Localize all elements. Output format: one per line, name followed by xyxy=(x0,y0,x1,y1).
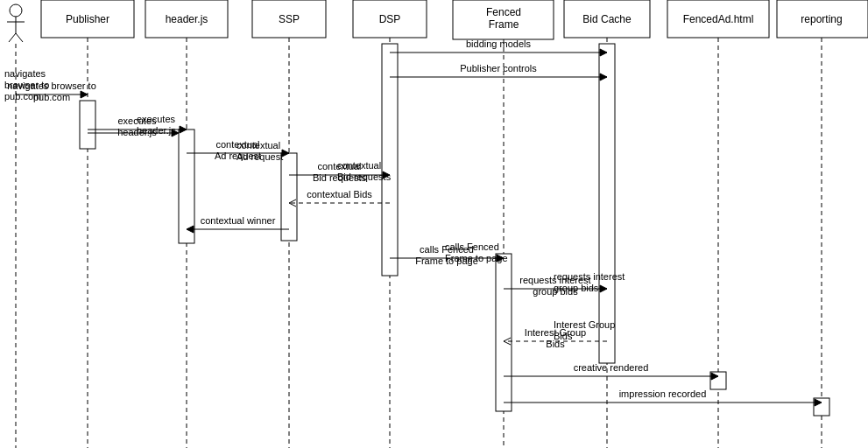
svg-text:Bid requests: Bid requests xyxy=(337,172,392,182)
sequence-diagram: Publisherheader.jsSSPDSPFencedFrameBid C… xyxy=(0,0,868,448)
svg-text:bidding models: bidding models xyxy=(466,38,531,49)
svg-text:Publisher controls: Publisher controls xyxy=(460,63,537,74)
svg-text:creative rendered: creative rendered xyxy=(574,362,649,373)
svg-text:header.js: header.js xyxy=(166,13,208,25)
svg-text:FencedAd.html: FencedAd.html xyxy=(683,13,754,25)
svg-text:SSP: SSP xyxy=(279,13,300,25)
svg-text:Frame: Frame xyxy=(489,18,519,31)
svg-text:reporting: reporting xyxy=(801,13,842,25)
svg-rect-35 xyxy=(496,254,512,411)
svg-text:Frame to page: Frame to page xyxy=(445,253,508,263)
svg-rect-33 xyxy=(281,153,297,241)
svg-text:executes: executes xyxy=(137,114,176,124)
svg-text:impression recorded: impression recorded xyxy=(619,388,707,399)
svg-point-0 xyxy=(10,4,22,17)
svg-text:contextual: contextual xyxy=(236,140,280,150)
svg-rect-31 xyxy=(80,101,95,149)
svg-text:navigates: navigates xyxy=(4,68,46,79)
svg-text:browser to: browser to xyxy=(4,80,49,90)
svg-text:requests interest: requests interest xyxy=(554,271,625,282)
svg-text:header.js: header.js xyxy=(137,125,176,136)
svg-text:contextual winner: contextual winner xyxy=(201,215,276,226)
svg-text:pub.com: pub.com xyxy=(4,91,41,102)
svg-rect-36 xyxy=(599,44,615,363)
svg-text:calls Fenced: calls Fenced xyxy=(445,242,499,252)
svg-text:group bids: group bids xyxy=(554,283,599,293)
svg-rect-34 xyxy=(382,44,398,276)
svg-text:Interest Group: Interest Group xyxy=(554,319,615,330)
svg-marker-46 xyxy=(81,91,88,98)
svg-text:Bids: Bids xyxy=(554,331,573,341)
svg-line-4 xyxy=(16,33,23,42)
svg-text:Ad request: Ad request xyxy=(236,151,283,162)
svg-text:Bid Cache: Bid Cache xyxy=(582,13,632,25)
svg-text:Publisher: Publisher xyxy=(66,13,109,25)
svg-text:Fenced: Fenced xyxy=(486,6,521,18)
svg-text:DSP: DSP xyxy=(379,13,401,25)
svg-text:contextual Bids: contextual Bids xyxy=(307,189,372,200)
svg-line-3 xyxy=(9,33,16,42)
svg-text:contextual: contextual xyxy=(337,160,381,171)
diagram-svg: Publisherheader.jsSSPDSPFencedFrameBid C… xyxy=(0,0,868,448)
